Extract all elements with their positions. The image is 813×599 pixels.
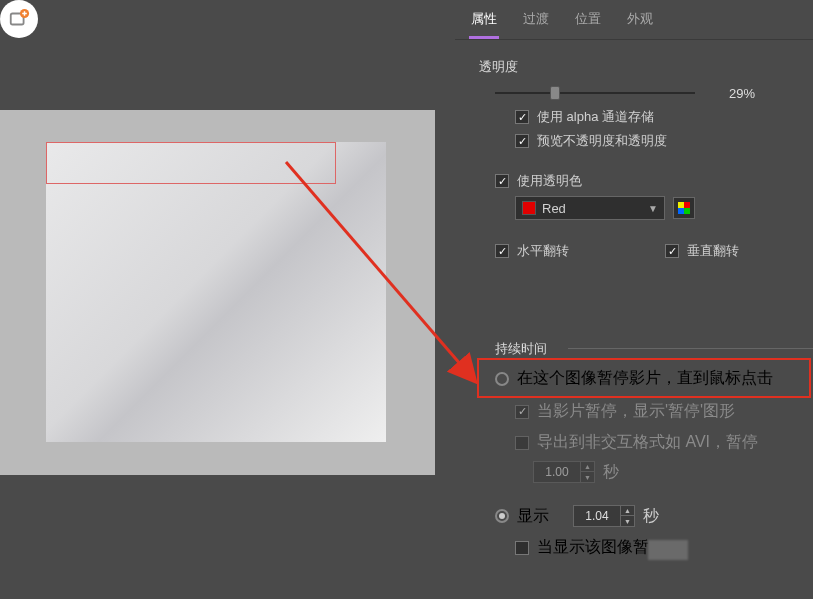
section-separator: [568, 348, 813, 349]
chevron-down-icon: ▼: [648, 203, 658, 214]
checkbox-when-display-pause[interactable]: [515, 541, 529, 555]
color-swatch-icon: [522, 201, 536, 215]
label-export-noninteractive: 导出到非交互格式如 AVI，暂停: [537, 432, 758, 453]
obscured-region: [648, 540, 688, 560]
label-show-pause-graphic: 当影片暂停，显示'暂停'图形: [537, 401, 735, 422]
preview-canvas[interactable]: [0, 110, 435, 475]
spinner-down-icon: ▼: [580, 472, 594, 482]
radio-pause-until-click[interactable]: [495, 372, 509, 386]
transp-color-value: Red: [542, 201, 566, 216]
label-when-display-pause: 当显示该图像暂: [537, 537, 649, 558]
checkbox-use-alpha[interactable]: [515, 110, 529, 124]
checkbox-preview-both[interactable]: [515, 134, 529, 148]
color-picker-button[interactable]: [673, 197, 695, 219]
capture-plus-icon: [8, 8, 30, 30]
tab-transition[interactable]: 过渡: [521, 4, 551, 39]
spinner-up-icon: ▲: [580, 462, 594, 472]
panel-tabs: 属性 过渡 位置 外观: [455, 0, 813, 40]
display-seconds-input[interactable]: [574, 506, 620, 526]
preview-image: [46, 142, 386, 442]
display-seconds-spinner[interactable]: ▲▼: [573, 505, 635, 527]
opacity-value: 29%: [729, 86, 755, 101]
checkbox-show-pause-graphic: [515, 405, 529, 419]
checkbox-flip-vertical[interactable]: [665, 244, 679, 258]
spinner-down-icon[interactable]: ▼: [620, 516, 634, 526]
checkbox-export-noninteractive: [515, 436, 529, 450]
export-pause-seconds-spinner: ▲▼: [533, 461, 595, 483]
new-capture-icon[interactable]: [0, 0, 38, 38]
export-seconds-unit: 秒: [603, 462, 619, 483]
label-pause-until-click: 在这个图像暂停影片，直到鼠标点击: [517, 368, 773, 389]
label-preview-both: 预览不透明度和透明度: [537, 132, 667, 150]
label-use-transp-color: 使用透明色: [517, 172, 582, 190]
tab-properties[interactable]: 属性: [469, 4, 499, 39]
radio-display[interactable]: [495, 509, 509, 523]
checkbox-use-transp-color[interactable]: [495, 174, 509, 188]
color-grid-icon: [678, 202, 690, 214]
section-opacity-title: 透明度: [479, 58, 813, 76]
label-flip-vertical: 垂直翻转: [687, 242, 739, 260]
checkbox-flip-horizontal[interactable]: [495, 244, 509, 258]
opacity-slider[interactable]: [495, 84, 695, 102]
label-display: 显示: [517, 506, 549, 527]
opacity-slider-thumb[interactable]: [550, 86, 560, 100]
section-duration-title: 持续时间: [495, 340, 547, 358]
selection-rectangle[interactable]: [46, 142, 336, 184]
tab-position[interactable]: 位置: [573, 4, 603, 39]
transp-color-dropdown[interactable]: Red ▼: [515, 196, 665, 220]
label-flip-horizontal: 水平翻转: [517, 242, 569, 260]
display-seconds-unit: 秒: [643, 506, 659, 527]
spinner-up-icon[interactable]: ▲: [620, 506, 634, 516]
label-use-alpha: 使用 alpha 通道存储: [537, 108, 654, 126]
tab-appearance[interactable]: 外观: [625, 4, 655, 39]
export-pause-seconds-input: [534, 462, 580, 482]
